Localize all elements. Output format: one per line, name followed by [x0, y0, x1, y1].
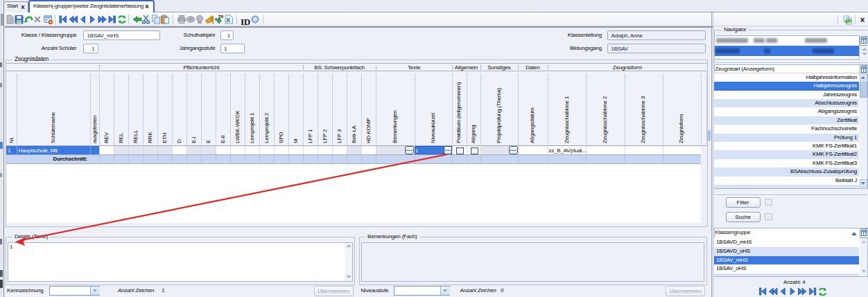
svg-text:X: X — [226, 17, 230, 24]
